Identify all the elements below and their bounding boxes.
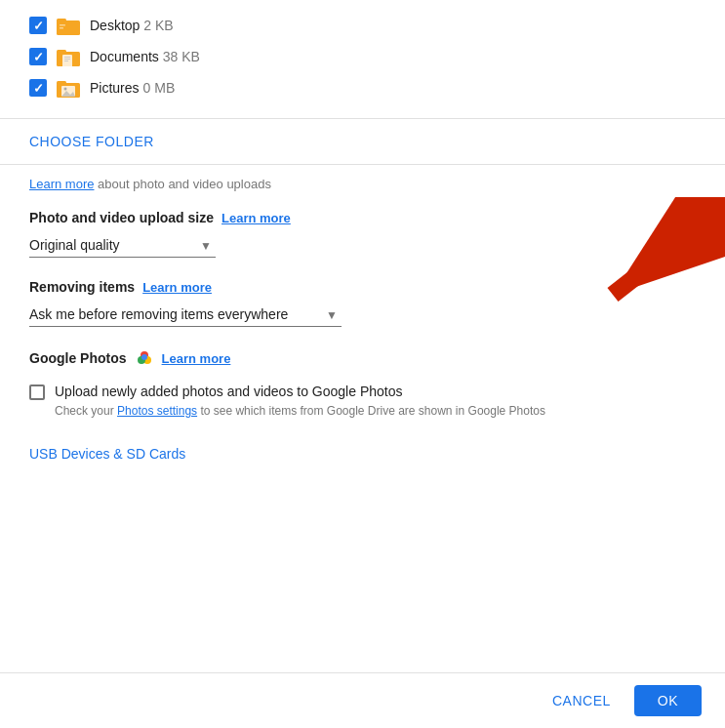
folder-icon-documents (57, 47, 80, 66)
photo-upload-learn-more[interactable]: Learn more (222, 211, 291, 225)
google-photos-icon (135, 348, 154, 368)
photos-settings-link[interactable]: Photos settings (117, 404, 197, 418)
google-photos-label: Google Photos Learn more (29, 348, 696, 368)
photo-quality-dropdown[interactable]: Original quality High quality (compresse… (29, 233, 216, 258)
file-item-desktop: Desktop 2 KB (29, 10, 696, 41)
svg-rect-1 (57, 19, 66, 22)
svg-point-21 (141, 354, 147, 360)
file-list: Desktop 2 KB Documents 38 KB Pictures 0 … (0, 0, 725, 119)
folder-icon-desktop (57, 16, 80, 35)
google-photos-label-text: Google Photos (29, 350, 127, 366)
desktop-checkbox[interactable] (29, 17, 47, 34)
google-photos-section: Google Photos Learn more Upload newly ad… (0, 335, 725, 435)
svg-point-14 (64, 88, 67, 91)
pictures-checkbox[interactable] (29, 79, 47, 97)
upload-subtext-prefix: Check your (55, 404, 117, 418)
removing-items-section: Removing items Learn more Ask me before … (0, 265, 725, 335)
usb-section: USB Devices & SD Cards (0, 435, 725, 472)
upload-label: Upload newly added photos and videos to … (55, 384, 545, 399)
choose-folder-button[interactable]: CHOOSE FOLDER (29, 134, 154, 149)
learn-more-uploads-text: about photo and video uploads (94, 177, 270, 191)
documents-checkbox[interactable] (29, 48, 47, 65)
photo-upload-size-section: Photo and video upload size Learn more O… (0, 196, 725, 265)
upload-text-wrapper: Upload newly added photos and videos to … (55, 384, 545, 420)
learn-more-uploads-link[interactable]: Learn more (29, 177, 94, 191)
removing-items-dropdown[interactable]: Ask me before removing items everywhere … (29, 303, 342, 327)
folder-icon-pictures (57, 78, 80, 98)
learn-more-uploads-section: Learn more about photo and video uploads (0, 165, 725, 196)
removing-items-label-text: Removing items (29, 279, 135, 295)
pictures-size: 0 MB (143, 80, 176, 96)
upload-subtext-suffix: to see which items from Google Drive are… (197, 404, 545, 418)
svg-rect-10 (64, 61, 68, 61)
pictures-name: Pictures (90, 80, 140, 96)
svg-rect-8 (64, 57, 70, 58)
photo-upload-label-text: Photo and video upload size (29, 210, 214, 225)
desktop-size: 2 KB (143, 18, 173, 33)
svg-rect-4 (60, 27, 63, 29)
upload-checkbox[interactable] (29, 384, 45, 400)
desktop-name: Desktop (90, 18, 140, 33)
file-item-documents: Documents 38 KB (29, 41, 696, 72)
documents-size: 38 KB (163, 49, 200, 64)
google-photos-learn-more[interactable]: Learn more (162, 351, 231, 366)
removing-items-label: Removing items Learn more (29, 279, 696, 295)
removing-items-learn-more[interactable]: Learn more (142, 280, 212, 295)
choose-folder-section: CHOOSE FOLDER (0, 119, 725, 165)
upload-subtext: Check your Photos settings to see which … (55, 403, 545, 420)
removing-dropdown-wrapper: Ask me before removing items everywhere … (29, 303, 342, 327)
svg-rect-9 (64, 59, 70, 60)
upload-row: Upload newly added photos and videos to … (29, 376, 696, 427)
svg-rect-3 (60, 24, 65, 26)
photo-quality-dropdown-wrapper: Original quality High quality (compresse… (29, 233, 216, 258)
photo-upload-label: Photo and video upload size Learn more (29, 210, 696, 225)
usb-link[interactable]: USB Devices & SD Cards (29, 446, 185, 462)
documents-name: Documents (90, 49, 159, 64)
bottom-bar: CANCEL OK (0, 672, 725, 728)
cancel-button[interactable]: CANCEL (537, 685, 626, 716)
svg-rect-12 (57, 81, 66, 85)
file-item-pictures: Pictures 0 MB (29, 72, 696, 103)
svg-rect-6 (57, 50, 66, 54)
ok-button[interactable]: OK (634, 685, 702, 716)
